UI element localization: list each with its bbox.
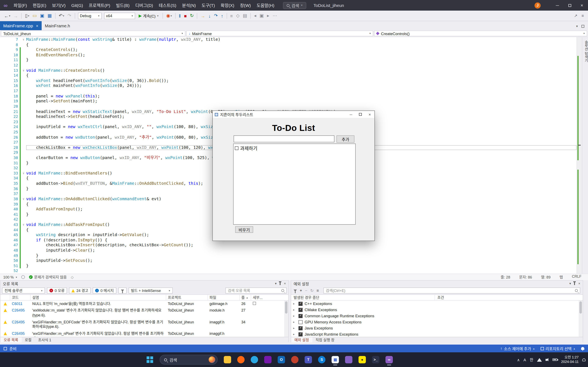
taskbar-file-explorer-icon[interactable] bbox=[221, 354, 233, 366]
toolbar-save-all-icon[interactable]: ▦ bbox=[46, 11, 53, 20]
start-button[interactable] bbox=[144, 354, 156, 366]
fold-marker-icon[interactable]: ∨ bbox=[21, 222, 26, 227]
taskbar-kakaotalk-icon[interactable]: ● bbox=[356, 354, 368, 366]
severity-column-header[interactable] bbox=[0, 295, 10, 300]
menu-item-3[interactable]: Git(G) bbox=[68, 0, 86, 11]
exception-row-4[interactable]: ▸Java Exceptions bbox=[291, 325, 583, 331]
close-panel-icon[interactable]: × bbox=[284, 282, 286, 285]
menu-item-0[interactable]: 파일(F) bbox=[11, 0, 30, 11]
source-filter-dropdown[interactable]: 빌드 + IntelliSense ▾ bbox=[129, 287, 173, 294]
taskbar-search[interactable]: 검색 bbox=[160, 355, 218, 365]
toolbar-more-tools-icon[interactable]: ⋯ bbox=[271, 11, 279, 20]
taskbar-visual-studio-icon[interactable]: ∞ bbox=[383, 354, 395, 366]
zoom-dropdown[interactable]: 100 % ▾ bbox=[3, 275, 17, 279]
menu-item-8[interactable]: 분석(N) bbox=[179, 0, 199, 11]
error-code-link[interactable]: C26495 bbox=[10, 332, 31, 336]
menu-item-5[interactable]: 빌드(B) bbox=[113, 0, 132, 11]
warnings-toggle-button[interactable]: 24 경고 bbox=[69, 287, 91, 294]
expander-icon[interactable]: ▸ bbox=[293, 302, 296, 305]
exception-row-5[interactable]: ▸JavaScript Runtime Exceptions bbox=[291, 331, 583, 337]
window-layout-icon[interactable]: ≡ bbox=[581, 13, 584, 18]
menu-item-11[interactable]: 창(W) bbox=[237, 0, 254, 11]
exception-checkbox[interactable] bbox=[298, 326, 303, 330]
close-tab-icon[interactable]: × bbox=[36, 24, 38, 28]
line-column-header[interactable]: 줄▲ bbox=[240, 295, 251, 300]
taskbar-terminal-icon[interactable]: >_ bbox=[370, 354, 382, 366]
member-dropdown[interactable]: CreateControls() ▾ bbox=[374, 31, 587, 36]
toolbar-platform-dropdown[interactable]: x64▾ bbox=[104, 12, 135, 19]
code-line-18[interactable]: 18 panel = new wxPanel(this); bbox=[0, 94, 577, 99]
project-column-header[interactable]: 프로젝트 bbox=[166, 295, 208, 300]
todo-app-titlebar[interactable]: 지흔이의 투두리스트 ─ × bbox=[213, 111, 374, 118]
expander-icon[interactable]: ▸ bbox=[293, 320, 296, 324]
toolbar-toggle-bookmark-icon[interactable]: ▣ bbox=[258, 11, 265, 20]
toolbar-redo-icon[interactable]: ↷ bbox=[66, 11, 73, 20]
toolbar-step-into-icon[interactable]: ↓ bbox=[207, 11, 212, 20]
error-list-scrollbar[interactable] bbox=[284, 300, 288, 337]
error-search-input[interactable]: 검색 오류 목록 bbox=[225, 287, 287, 294]
toolbar-open-file-icon[interactable]: ▭ bbox=[31, 11, 38, 20]
solution-explorer-collapsed-tab[interactable]: 솔루션 탐색기 bbox=[582, 37, 588, 66]
description-column-header[interactable]: 설명 bbox=[31, 295, 166, 300]
minimize-button[interactable]: ─ bbox=[551, 0, 563, 11]
float-window-icon[interactable] bbox=[581, 25, 584, 28]
select-repository-button[interactable]: 리포지토리 선택 ▴ bbox=[541, 346, 575, 351]
todo-close-button[interactable]: × bbox=[365, 111, 374, 118]
code-line-52[interactable]: 52 bbox=[0, 268, 577, 274]
close-button[interactable]: × bbox=[576, 0, 588, 11]
code-line-15[interactable]: 15 wxFont headlineFont(wxFontInfo(wxSize… bbox=[0, 78, 577, 83]
code-line-16[interactable]: 16 wxFont mainFont(wxFontInfo(wxSize(0, … bbox=[0, 83, 577, 89]
condition-column-header[interactable]: 조건 bbox=[435, 295, 447, 300]
toolbar-show-next-statement-icon[interactable]: → bbox=[199, 11, 207, 20]
exception-checkbox[interactable] bbox=[298, 320, 303, 324]
list-view-icon[interactable]: ≡ bbox=[316, 288, 319, 293]
break-column-header[interactable]: 발생된 경우 중단 bbox=[291, 295, 435, 300]
toolbar-restart-debug-icon[interactable]: ↻ bbox=[188, 11, 195, 20]
code-line-8[interactable]: 8{ bbox=[0, 42, 577, 47]
filter-funnel-icon[interactable] bbox=[294, 290, 297, 292]
editor-scrollbar[interactable] bbox=[577, 37, 582, 274]
toolbar-step-over-icon[interactable]: ↷ bbox=[212, 11, 219, 20]
battery-icon[interactable] bbox=[553, 359, 557, 361]
clock[interactable]: 오전 1:27 2024-04-11 bbox=[561, 355, 579, 364]
menu-item-10[interactable]: 확장(X) bbox=[218, 0, 237, 11]
scrollbar-thumb[interactable] bbox=[579, 301, 582, 314]
fold-marker-icon[interactable]: ∨ bbox=[21, 68, 26, 73]
expander-icon[interactable]: ▸ bbox=[293, 308, 296, 311]
add-task-button[interactable]: 추가 bbox=[337, 135, 355, 143]
exception-row-1[interactable]: ▸CMake Exceptions bbox=[291, 307, 583, 313]
code-column-header[interactable]: 코드 bbox=[10, 295, 31, 300]
tab-exception-settings[interactable]: 예외 설정 bbox=[291, 337, 312, 342]
scope-dropdown[interactable]: 전체 솔루션 ▾ bbox=[2, 287, 45, 294]
code-line-50[interactable]: 50 inputField->SetFocus(); bbox=[0, 258, 577, 263]
todo-maximize-button[interactable] bbox=[356, 111, 365, 118]
taskbar-todo-app-icon[interactable]: ▦ bbox=[329, 354, 341, 366]
exception-row-3[interactable]: ▸GPU Memory Access Exceptions bbox=[291, 319, 583, 325]
volume-icon[interactable] bbox=[545, 359, 547, 361]
document-health-icon[interactable] bbox=[21, 275, 25, 279]
toolbar-break-all-icon[interactable]: ‖ bbox=[177, 11, 182, 20]
code-line-20[interactable]: 20 bbox=[0, 104, 577, 109]
detail-column-header[interactable]: 세부... bbox=[251, 295, 288, 300]
taskbar-firefox-icon[interactable] bbox=[235, 354, 247, 366]
exception-row-2[interactable]: ▸Common Language Runtime Exceptions bbox=[291, 313, 583, 319]
tab-watch-1[interactable]: 조사식 1 bbox=[35, 337, 54, 342]
code-line-49[interactable]: 49 } bbox=[0, 253, 577, 258]
toolbar-watch-window-icon[interactable]: ◇ bbox=[234, 11, 241, 20]
taskbar-onenote-icon[interactable] bbox=[262, 354, 274, 366]
toolbar-save-icon[interactable]: ▣ bbox=[38, 11, 46, 20]
toolbar-new-file-icon[interactable]: ▯▾ bbox=[24, 11, 31, 20]
taskbar-outlook-icon[interactable]: O bbox=[275, 354, 287, 366]
code-line-47[interactable]: 47 checkListBox->Insert(description, che… bbox=[0, 243, 577, 248]
notification-center-bell-icon[interactable] bbox=[582, 358, 586, 361]
exception-search-input[interactable]: 검색(Ctrl+E) bbox=[323, 287, 580, 294]
window-position-chevron-icon[interactable]: ▾ bbox=[275, 282, 277, 285]
code-line-10[interactable]: 10 BindEventHandlers(); bbox=[0, 53, 577, 58]
window-position-chevron-icon[interactable]: ▾ bbox=[570, 282, 571, 285]
expander-icon[interactable]: ▸ bbox=[293, 314, 296, 317]
exception-checkbox[interactable] bbox=[298, 301, 303, 306]
code-line-7[interactable]: 7∨MainFrame::MainFrame(const wxString& t… bbox=[0, 37, 577, 42]
code-line-9[interactable]: 9 CreateControls(); bbox=[0, 47, 577, 52]
code-line-12[interactable]: 12 bbox=[0, 63, 577, 68]
problems-indicator[interactable]: ✓ 문제가 검색되지 않음 bbox=[29, 275, 67, 280]
